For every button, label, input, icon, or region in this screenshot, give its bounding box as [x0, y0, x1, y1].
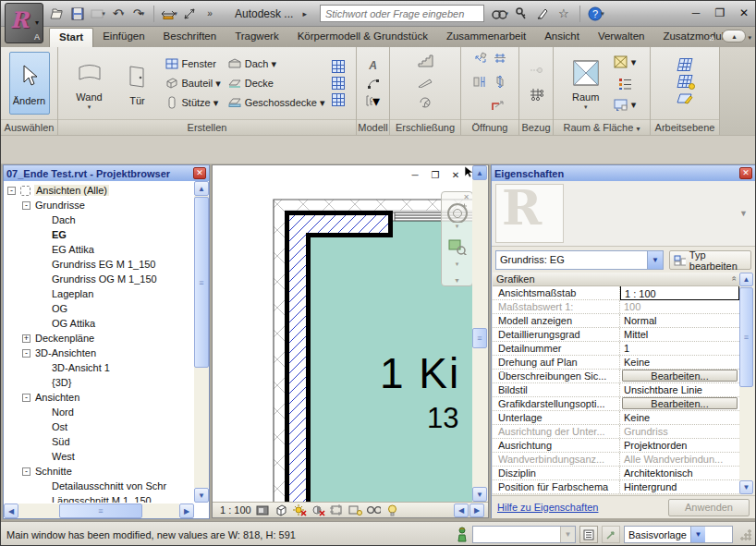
navbar-expand-icon[interactable]: ▼ [454, 277, 460, 285]
grid-lines-icon[interactable] [529, 86, 543, 104]
tree-item[interactable]: Nord [4, 405, 193, 419]
property-row[interactable]: Detailnummer 1 [493, 342, 739, 356]
panel-label[interactable]: Auswählen [1, 119, 57, 135]
align-dimension-icon[interactable] [181, 6, 198, 22]
edit-type-button[interactable]: Typ bearbeiten [669, 250, 751, 270]
model-text-icon[interactable]: A [366, 59, 380, 73]
canvas-horizontal-scrollbar[interactable]: ◀ ▶ [454, 504, 484, 517]
worksets-icon[interactable] [456, 527, 469, 542]
application-menu-button[interactable]: R ▾ A [5, 3, 43, 43]
tree-expander-icon[interactable]: - [7, 187, 16, 195]
tree-item[interactable]: Süd [4, 434, 193, 449]
tree-item-label[interactable]: Nord [52, 406, 74, 418]
property-row[interactable]: Wandverbindungsanz... Alle Wandverbindun… [493, 453, 739, 467]
tree-expander-icon[interactable]: - [22, 349, 30, 358]
tree-item[interactable]: OG [4, 301, 193, 316]
tree-item-label[interactable]: EG [52, 229, 67, 240]
show-crop-icon[interactable] [348, 504, 362, 516]
close-button[interactable]: ✕ [736, 5, 752, 21]
property-value[interactable]: Alle Wandverbindun... [620, 453, 739, 466]
floor-plan-drawing[interactable] [213, 165, 474, 504]
view-restore-button[interactable]: ❐ [429, 168, 442, 181]
tree-item-label[interactable]: OG [52, 303, 67, 314]
panel-label[interactable]: Erschließung [390, 119, 460, 135]
sun-path-icon[interactable] [293, 504, 307, 516]
tree-item[interactable]: Grundriss EG M 1_150 [4, 257, 193, 272]
tree-item-label[interactable]: {3D} [52, 377, 71, 388]
property-value[interactable]: Unsichtbare Linie [620, 383, 739, 396]
ribbon-tab[interactable]: Körpermodell & Grundstück [288, 28, 437, 47]
floor-button[interactable]: Geschossdecke▾ [228, 94, 325, 111]
property-value[interactable]: Architektonisch [620, 467, 739, 479]
show-work-plane-icon[interactable] [677, 58, 693, 71]
tree-item-label[interactable]: Ansichten [35, 392, 79, 403]
scroll-up-icon[interactable]: ▲ [472, 165, 487, 180]
design-options-button[interactable] [602, 526, 620, 543]
column-button[interactable]: Stütze▾ [165, 94, 221, 111]
tree-item-label[interactable]: Ost [52, 421, 67, 432]
tree-item-label[interactable]: Grundriss OG M 1_150 [52, 273, 157, 285]
tree-item[interactable]: 3D-Ansicht 1 [4, 360, 193, 375]
tree-item-label[interactable]: Schnitte [35, 466, 72, 477]
window-button[interactable]: Fenster [165, 55, 221, 72]
property-value[interactable]: 1 : 100 [620, 286, 739, 300]
tree-item-label[interactable]: Detailausschnitt von Schr [52, 480, 166, 491]
property-row[interactable]: Ausrichtung Projektnorden [493, 439, 739, 453]
property-row[interactable]: Bildstil Unsichtbare Linie [493, 383, 739, 397]
design-option-combo[interactable]: Basisvorlage ▼ [624, 526, 733, 543]
tree-item-label[interactable]: EG Attika [52, 244, 94, 255]
drawing-area[interactable]: 1 Ki 13 ─ ❐ ✕ ✕ ▾ ▾ ▼ ▲ ▼ [212, 164, 489, 518]
spiral-stair-icon[interactable] [419, 95, 432, 112]
component-button[interactable]: Bauteil▾ [165, 75, 221, 91]
scroll-down-icon[interactable]: ▼ [194, 488, 209, 503]
tree-item-label[interactable]: Deckenpläne [35, 333, 94, 344]
property-row[interactable]: Ausrichtung der Unter... Grundriss [493, 425, 739, 439]
tree-item-label[interactable]: Längsschnitt M 1_150 [52, 495, 152, 503]
subscription-key-icon[interactable] [513, 6, 530, 22]
help-icon[interactable]: ?▾ [588, 6, 604, 22]
chevron-down-icon[interactable]: ▼ [647, 251, 663, 269]
tree-item[interactable]: Ost [4, 419, 193, 434]
property-row[interactable]: Ansichtsmaßstab 1 : 100 [493, 286, 739, 300]
room-name-label[interactable]: 1 Ki [380, 348, 460, 398]
tree-item[interactable]: Grundriss OG M 1_150 [4, 272, 193, 286]
preview-dropdown-icon[interactable]: ▼ [739, 209, 748, 218]
save-icon[interactable] [69, 6, 86, 22]
zoom-region-icon[interactable] [447, 237, 468, 255]
scroll-down-icon[interactable]: ▼ [739, 480, 753, 494]
tree-item-label[interactable]: Grundriss EG M 1_150 [52, 259, 156, 270]
panel-label[interactable]: Erstellen [58, 119, 356, 135]
ribbon-tab[interactable]: Beschriften [154, 28, 226, 47]
tree-item-label[interactable]: 3D-Ansichten [35, 347, 96, 358]
scroll-up-icon[interactable]: ▲ [194, 181, 209, 196]
scroll-right-icon[interactable]: ▶ [179, 504, 194, 518]
panel-label[interactable]: Öffnung [461, 119, 518, 135]
search-binoculars-icon[interactable]: ▾ [492, 6, 508, 22]
tree-expander-icon[interactable]: + [22, 334, 30, 343]
set-work-plane-icon[interactable] [678, 75, 691, 88]
tree-item[interactable]: - Ansichten (Alle) [4, 183, 193, 198]
open-icon[interactable] [49, 6, 66, 22]
tree-item[interactable]: Längsschnitt M 1_150 [4, 493, 193, 503]
tree-item[interactable]: - 3D-Ansichten [4, 346, 193, 360]
model-line-icon[interactable] [366, 77, 380, 91]
panel-label[interactable]: Arbeitsebene [651, 119, 719, 135]
qat-expand-icon[interactable]: » [201, 6, 218, 22]
property-row[interactable]: Grafikdarstellungsopti... Bearbeiten... [493, 397, 739, 411]
shadows-icon[interactable] [311, 504, 325, 516]
property-row[interactable]: Drehung auf Plan Keine [493, 356, 739, 370]
view-close-button[interactable]: ✕ [449, 168, 462, 181]
property-value[interactable]: Hintergrund [620, 480, 739, 493]
property-value[interactable]: Bearbeiten... [620, 397, 739, 410]
tree-item[interactable]: EG [4, 227, 193, 242]
navigation-bar[interactable]: ✕ ▾ ▾ ▼ [441, 191, 473, 286]
view-minimize-button[interactable]: ─ [408, 168, 421, 181]
property-value[interactable]: Bearbeiten... [620, 370, 739, 382]
ribbon-tab[interactable]: Einfügen [93, 28, 153, 47]
door-button[interactable]: Tür [117, 52, 158, 115]
tree-item-label[interactable]: Dach [52, 214, 76, 225]
steering-wheel-icon[interactable] [445, 201, 469, 223]
stairs-icon[interactable] [417, 55, 433, 71]
scroll-down-icon[interactable]: ▼ [472, 487, 487, 502]
ribbon-minimize-button[interactable]: ▴ [722, 30, 746, 42]
